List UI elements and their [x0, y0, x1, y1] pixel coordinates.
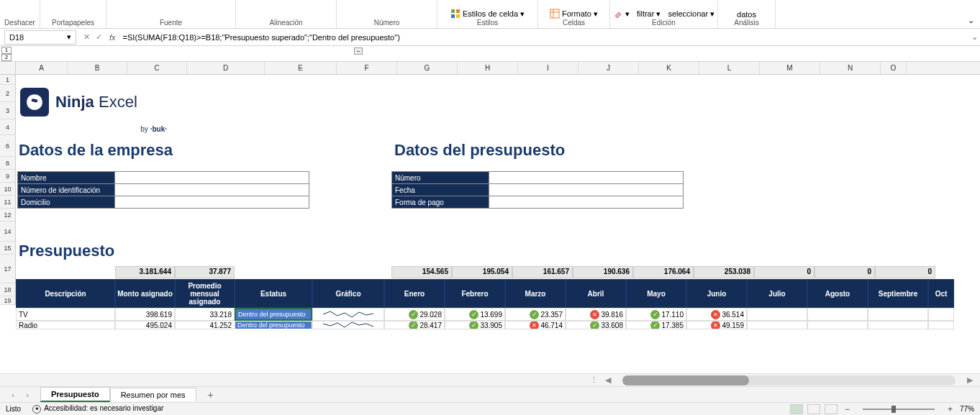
- accessibility-status[interactable]: ✦Accesibilidad: es necesario investigar: [32, 404, 163, 414]
- outline-collapse-button[interactable]: −: [354, 47, 363, 55]
- cell-styles-dropdown[interactable]: Estilos de celda ▾: [450, 9, 525, 19]
- col-header[interactable]: N: [820, 62, 881, 74]
- cell-month[interactable]: 39.816: [566, 308, 626, 321]
- cell-avg[interactable]: 41.252: [175, 321, 235, 329]
- col-header[interactable]: L: [699, 62, 760, 74]
- col-header[interactable]: G: [397, 62, 458, 74]
- total-mar[interactable]: 161.657: [512, 266, 573, 278]
- total-apr[interactable]: 190.636: [573, 266, 633, 278]
- field-value[interactable]: [489, 172, 684, 184]
- header-may[interactable]: Mayo: [626, 279, 686, 308]
- header-apr[interactable]: Abril: [566, 279, 626, 308]
- cell-month[interactable]: 23.357: [505, 308, 566, 321]
- header-avg[interactable]: Promedio mensual asignado: [175, 279, 235, 308]
- col-header[interactable]: C: [127, 62, 187, 74]
- cells-area[interactable]: Ninja Excel by ·buk· Datos de la empresa…: [16, 75, 980, 362]
- formula-input[interactable]: [120, 32, 968, 43]
- tab-prev-button[interactable]: ‹: [7, 389, 19, 401]
- row-header[interactable]: 10: [0, 183, 16, 196]
- view-normal-button[interactable]: [790, 404, 803, 414]
- name-box[interactable]: D18 ▾: [4, 30, 76, 45]
- scroll-right-arrow[interactable]: ▶: [967, 375, 973, 385]
- col-header[interactable]: I: [518, 62, 579, 74]
- total-jul[interactable]: 0: [754, 266, 815, 278]
- row-header[interactable]: 17: [0, 255, 16, 283]
- sheet-tab[interactable]: Resumen por mes: [110, 388, 196, 401]
- cell-desc[interactable]: Radio: [16, 321, 115, 329]
- total-sep[interactable]: 0: [875, 266, 935, 278]
- cell-month[interactable]: [868, 308, 928, 321]
- row-header[interactable]: 19: [0, 296, 16, 305]
- header-amount[interactable]: Monto asignado: [115, 279, 175, 308]
- scrollbar-thumb[interactable]: [622, 375, 749, 386]
- zoom-out-button[interactable]: −: [842, 404, 853, 414]
- row-header[interactable]: 8: [0, 157, 16, 170]
- ribbon-collapse-button[interactable]: ⌄: [968, 16, 974, 25]
- header-sep[interactable]: Septiembre: [868, 279, 928, 308]
- cell-month[interactable]: [928, 308, 954, 321]
- header-mar[interactable]: Marzo: [505, 279, 566, 308]
- header-chart[interactable]: Gráfico: [312, 279, 384, 308]
- cell-month[interactable]: 46.714: [505, 321, 566, 329]
- cell-amount[interactable]: 495.024: [115, 321, 175, 329]
- clear-dropdown[interactable]: ▾: [613, 9, 630, 19]
- col-header[interactable]: K: [639, 62, 699, 74]
- scroll-left-arrow[interactable]: ◀: [605, 375, 611, 385]
- cell-month[interactable]: 36.514: [686, 308, 747, 321]
- field-value[interactable]: [489, 184, 684, 196]
- cancel-icon[interactable]: ✕: [83, 32, 90, 42]
- zoom-slider[interactable]: [863, 409, 935, 410]
- row-header[interactable]: 3: [0, 102, 16, 119]
- field-value[interactable]: [115, 196, 309, 209]
- accept-icon[interactable]: ✓: [96, 32, 102, 42]
- row-header[interactable]: 14: [0, 222, 16, 242]
- cell-sparkline[interactable]: [312, 308, 384, 321]
- cell-status-selected[interactable]: Dentro del presupuesto: [235, 308, 312, 321]
- chevron-down-icon[interactable]: ▾: [67, 32, 71, 42]
- row-header[interactable]: 15: [0, 242, 16, 255]
- row-header[interactable]: 9: [0, 170, 16, 183]
- header-jan[interactable]: Enero: [384, 279, 445, 308]
- cell-desc[interactable]: TV: [16, 308, 115, 321]
- header-aug[interactable]: Agosto: [807, 279, 868, 308]
- total-aug[interactable]: 0: [815, 266, 875, 278]
- cell-month[interactable]: [868, 321, 928, 329]
- format-dropdown[interactable]: Formato ▾: [550, 9, 598, 19]
- add-sheet-button[interactable]: +: [204, 389, 218, 401]
- cell-month[interactable]: [747, 321, 807, 329]
- zoom-in-button[interactable]: +: [945, 404, 956, 414]
- outline-level-2[interactable]: 2: [1, 54, 12, 61]
- cell-status[interactable]: Dentro del presupuesto: [235, 321, 312, 329]
- horizontal-scrollbar[interactable]: [622, 375, 956, 386]
- view-page-layout-button[interactable]: [807, 404, 820, 414]
- row-header[interactable]: 2: [0, 85, 16, 102]
- cell-amount[interactable]: 398.619: [115, 308, 175, 321]
- sheet-tab-active[interactable]: Presupuesto: [40, 387, 110, 402]
- cell-month[interactable]: 33.608: [566, 321, 626, 329]
- col-header[interactable]: M: [760, 62, 820, 74]
- cell-sparkline[interactable]: [312, 321, 384, 329]
- row-header[interactable]: 1: [0, 75, 16, 85]
- header-status[interactable]: Estatus: [235, 279, 312, 308]
- field-value[interactable]: [115, 172, 309, 184]
- fx-icon[interactable]: fx: [109, 33, 116, 42]
- col-header[interactable]: E: [265, 62, 337, 74]
- total-amount[interactable]: 3.181.644: [115, 266, 175, 278]
- view-page-break-button[interactable]: [825, 404, 838, 414]
- cell-month[interactable]: 17.110: [626, 308, 686, 321]
- col-header[interactable]: D: [187, 62, 265, 74]
- col-header[interactable]: F: [337, 62, 397, 74]
- row-header[interactable]: 12: [0, 209, 16, 222]
- cell-month[interactable]: 33.905: [445, 321, 505, 329]
- col-header[interactable]: A: [16, 62, 68, 74]
- col-header[interactable]: J: [579, 62, 639, 74]
- header-jul[interactable]: Julio: [747, 279, 807, 308]
- select-dropdown[interactable]: seleccionar▾: [668, 9, 714, 19]
- total-jun[interactable]: 253.038: [694, 266, 754, 278]
- scroll-menu-icon[interactable]: ⋮: [583, 375, 605, 385]
- cell-month[interactable]: 13.699: [445, 308, 505, 321]
- outline-level-1[interactable]: 1: [1, 47, 12, 54]
- col-header[interactable]: O: [881, 62, 907, 74]
- header-desc[interactable]: Descripción: [16, 279, 115, 308]
- total-may[interactable]: 176.064: [633, 266, 694, 278]
